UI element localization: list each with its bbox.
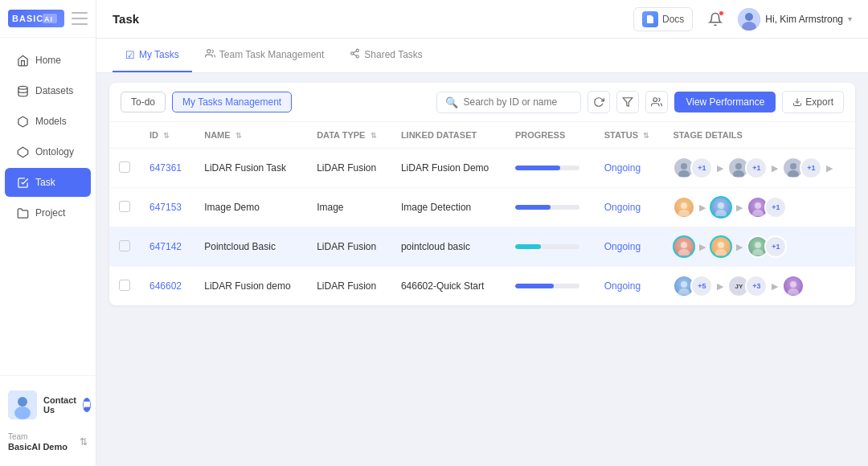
stage-arrow: ▶ <box>699 242 706 252</box>
table-row: 647361 LiDAR Fusion Task LiDAR Fusion Li… <box>109 149 855 188</box>
row-id-link[interactable]: 646602 <box>149 280 182 292</box>
sidebar-bottom: Contact Us Team BasicAI Demo ⇅ <box>0 375 96 466</box>
page-content: ☑ My Tasks Team Task Management Shared T… <box>96 39 868 466</box>
row-progress <box>506 267 595 306</box>
tab-shared-tasks[interactable]: Shared Tasks <box>337 39 436 72</box>
svg-point-34 <box>718 242 724 248</box>
stage-avatar-count: +1 <box>690 157 713 179</box>
row-progress <box>506 227 595 267</box>
shared-tasks-tab-label: Shared Tasks <box>364 49 423 60</box>
stage-avatar-count: +5 <box>690 275 713 297</box>
svg-point-13 <box>351 52 354 55</box>
col-id[interactable]: ID ⇅ <box>140 122 194 149</box>
my-tasks-management-button[interactable]: My Tasks Management <box>172 92 292 112</box>
team-label: Team <box>8 432 68 441</box>
svg-point-9 <box>745 13 753 21</box>
page-title: Task <box>113 12 139 26</box>
svg-point-26 <box>681 202 687 209</box>
svg-marker-17 <box>624 98 633 107</box>
row-status: Ongoing <box>604 280 641 292</box>
user-menu-button[interactable]: Hi, Kim Armstrong ▾ <box>738 8 852 31</box>
stage-avatar-count: +1 <box>764 196 787 219</box>
sidebar-item-models[interactable]: Models <box>5 107 91 136</box>
table-row: 647142 Pointcloud Basic LiDAR Fusion poi… <box>109 227 855 267</box>
svg-point-30 <box>755 202 761 209</box>
sidebar-item-datasets[interactable]: Datasets <box>5 76 91 105</box>
id-sort-icon: ⇅ <box>163 132 170 140</box>
stage-avatar <box>782 275 805 297</box>
docs-button[interactable]: Docs <box>633 7 693 31</box>
stage-arrow: ▶ <box>736 242 743 252</box>
name-sort-icon: ⇅ <box>235 132 242 140</box>
svg-marker-4 <box>18 147 28 157</box>
search-box: 🔍 <box>436 92 581 113</box>
svg-point-12 <box>356 49 358 51</box>
sidebar-nav: Home Datasets Models Ontology Task <box>0 38 96 375</box>
team-section[interactable]: Team BasicAI Demo ⇅ <box>0 426 96 458</box>
row-checkbox[interactable] <box>119 201 130 212</box>
team-info: Team BasicAI Demo <box>8 432 68 452</box>
filter-button[interactable] <box>616 91 639 113</box>
col-data-type[interactable]: DATA TYPE ⇅ <box>307 122 391 149</box>
sidebar-item-home[interactable]: Home <box>5 46 91 75</box>
table-row: 647153 Image Demo Image Image Detection … <box>109 188 855 227</box>
svg-point-25 <box>788 170 799 177</box>
sidebar-item-ontology[interactable]: Ontology <box>5 137 91 166</box>
svg-point-31 <box>752 210 764 216</box>
svg-point-14 <box>356 55 358 58</box>
svg-point-29 <box>715 210 727 216</box>
docs-label: Docs <box>662 14 684 25</box>
row-data-type: Image <box>307 188 391 227</box>
row-id-link[interactable]: 647153 <box>149 202 182 213</box>
export-button[interactable]: Export <box>782 91 844 113</box>
contact-us-area[interactable]: Contact Us <box>0 384 96 426</box>
svg-point-28 <box>718 202 724 209</box>
svg-point-40 <box>790 281 796 288</box>
row-name: Pointcloud Basic <box>194 227 307 267</box>
row-id-link[interactable]: 647142 <box>149 241 182 252</box>
view-performance-button[interactable]: View Performance <box>674 92 776 112</box>
stage-arrow: ▶ <box>772 163 778 174</box>
stage-avatar-count: +1 <box>764 235 787 258</box>
contact-us-label: Contact Us <box>43 395 76 415</box>
svg-point-35 <box>715 249 727 255</box>
sidebar-item-task[interactable]: Task <box>5 168 91 197</box>
tab-my-tasks[interactable]: ☑ My Tasks <box>113 39 192 72</box>
todo-button[interactable]: To-do <box>121 92 166 112</box>
notification-button[interactable] <box>704 8 727 31</box>
data-type-sort-icon: ⇅ <box>371 132 377 140</box>
col-status[interactable]: STATUS ⇅ <box>595 122 664 149</box>
svg-point-37 <box>752 249 764 255</box>
svg-point-22 <box>735 163 742 170</box>
row-data-type: LiDAR Fusion <box>307 227 391 267</box>
stage-arrow: ▶ <box>717 281 723 292</box>
row-status: Ongoing <box>604 202 641 213</box>
stage-avatar <box>673 235 695 258</box>
table-header: ID ⇅ NAME ⇅ DATA TYPE ⇅ LINKED DATASET P… <box>109 122 855 149</box>
svg-point-24 <box>790 163 796 170</box>
search-input[interactable] <box>463 96 572 108</box>
team-task-tab-icon <box>205 48 215 61</box>
row-checkbox[interactable] <box>119 161 130 173</box>
svg-text:BASIC: BASIC <box>12 14 43 23</box>
svg-point-3 <box>18 86 27 89</box>
row-id-link[interactable]: 647361 <box>149 162 182 174</box>
sidebar-item-project[interactable]: Project <box>5 198 91 227</box>
stage-avatar-count: +1 <box>800 157 822 179</box>
sidebar-item-models-label: Models <box>35 116 67 127</box>
logo: BASIC AI <box>8 10 64 27</box>
export-label: Export <box>805 96 833 108</box>
col-name[interactable]: NAME ⇅ <box>194 122 307 149</box>
row-stage-details: +5 ▶ JY +3 ▶ <box>673 275 845 297</box>
row-checkbox[interactable] <box>119 280 130 291</box>
refresh-button[interactable] <box>588 91 610 113</box>
svg-point-23 <box>733 170 744 177</box>
members-button[interactable] <box>645 91 668 113</box>
sidebar: BASIC AI Home Datasets Models <box>0 0 96 466</box>
stage-avatar <box>710 196 732 219</box>
row-data-type: LiDAR Fusion <box>307 149 391 188</box>
sidebar-toggle[interactable] <box>72 12 88 25</box>
row-checkbox[interactable] <box>119 240 130 251</box>
tab-team-task[interactable]: Team Task Management <box>192 39 338 72</box>
row-name: LiDAR Fusion demo <box>194 267 307 306</box>
